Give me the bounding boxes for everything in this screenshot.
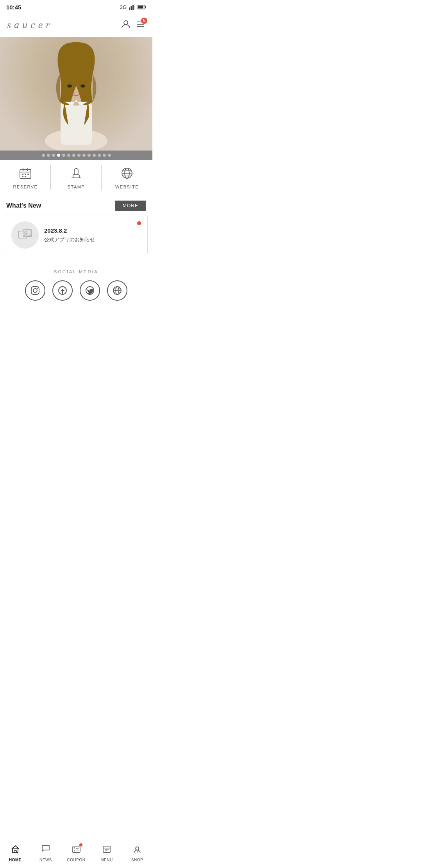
status-bar: 10:45 3G bbox=[0, 0, 152, 14]
svg-rect-5 bbox=[145, 6, 146, 8]
svg-point-16 bbox=[67, 84, 72, 88]
nav-shop[interactable]: SHOP bbox=[122, 840, 152, 868]
action-row: RESERVE STAMP WEBSITE bbox=[0, 160, 152, 195]
home-icon bbox=[11, 845, 20, 856]
home-label: HOME bbox=[9, 858, 21, 862]
menu-label: MENU bbox=[100, 858, 113, 862]
reserve-button[interactable]: RESERVE bbox=[0, 160, 51, 195]
nav-news[interactable]: NEWS bbox=[30, 840, 61, 868]
dot-2[interactable] bbox=[47, 154, 50, 157]
profile-button[interactable] bbox=[121, 20, 131, 31]
social-title: SOCIAL MEDIA bbox=[6, 269, 146, 274]
reserve-icon bbox=[19, 167, 32, 182]
twitter-button[interactable] bbox=[80, 280, 100, 301]
website-icon bbox=[121, 167, 133, 182]
svg-rect-25 bbox=[22, 176, 23, 177]
nav-menu[interactable]: MENU bbox=[91, 840, 122, 868]
stamp-button[interactable]: STAMP bbox=[51, 160, 102, 195]
carousel-dots bbox=[0, 151, 152, 160]
dot-12[interactable] bbox=[98, 154, 101, 157]
news-thumbnail bbox=[11, 221, 39, 249]
header-actions: N bbox=[121, 20, 145, 31]
status-icons: 3G bbox=[120, 4, 146, 10]
dot-9[interactable] bbox=[82, 154, 86, 157]
news-card[interactable]: 2023.8.2 公式アプリのお知らせ bbox=[5, 215, 148, 255]
svg-rect-38 bbox=[31, 287, 39, 294]
dot-6[interactable] bbox=[67, 154, 70, 157]
svg-point-39 bbox=[33, 289, 37, 292]
news-date: 2023.8.2 bbox=[44, 227, 132, 234]
hero-banner bbox=[0, 37, 152, 151]
bottom-nav: HOME NEWS COUPON bbox=[0, 840, 152, 868]
reserve-label: RESERVE bbox=[13, 185, 38, 189]
shop-label: SHOP bbox=[131, 858, 143, 862]
dot-11[interactable] bbox=[93, 154, 96, 157]
svg-rect-22 bbox=[22, 174, 23, 175]
coupon-label: COUPON bbox=[67, 858, 86, 862]
news-unread-indicator bbox=[137, 221, 141, 225]
app-header: saucer N bbox=[0, 14, 152, 37]
svg-rect-3 bbox=[134, 4, 136, 10]
facebook-button[interactable] bbox=[52, 280, 73, 301]
svg-rect-48 bbox=[72, 847, 80, 852]
social-media-section: SOCIAL MEDIA bbox=[0, 262, 152, 307]
signal-icon: 3G bbox=[120, 4, 127, 10]
stamp-label: STAMP bbox=[68, 185, 85, 189]
website-button[interactable]: WEBSITE bbox=[102, 160, 152, 195]
menu-button[interactable]: N bbox=[136, 20, 145, 31]
svg-point-56 bbox=[136, 847, 139, 850]
dot-4[interactable] bbox=[57, 154, 60, 157]
svg-rect-24 bbox=[27, 174, 29, 175]
instagram-button[interactable] bbox=[25, 280, 45, 301]
battery-icon bbox=[138, 5, 146, 9]
menu-badge: N bbox=[141, 18, 147, 24]
nav-home[interactable]: HOME bbox=[0, 840, 30, 868]
news-icon bbox=[41, 845, 50, 856]
svg-rect-0 bbox=[129, 7, 130, 10]
more-button[interactable]: MORE bbox=[115, 201, 146, 211]
signal-bars-icon bbox=[129, 4, 135, 10]
svg-text:saucer: saucer bbox=[7, 19, 53, 30]
hero-image bbox=[18, 39, 135, 151]
svg-point-40 bbox=[37, 288, 38, 289]
whats-new-header: What's New MORE bbox=[0, 195, 152, 215]
svg-rect-2 bbox=[132, 5, 134, 10]
dot-13[interactable] bbox=[103, 154, 106, 157]
nav-coupon[interactable]: COUPON bbox=[61, 840, 91, 868]
svg-rect-52 bbox=[103, 846, 110, 852]
news-label: NEWS bbox=[39, 858, 52, 862]
dot-7[interactable] bbox=[72, 154, 75, 157]
coupon-badge bbox=[79, 843, 82, 846]
stamp-icon bbox=[70, 167, 82, 182]
logo-svg: saucer bbox=[7, 17, 77, 31]
dot-10[interactable] bbox=[88, 154, 91, 157]
svg-rect-23 bbox=[25, 174, 26, 175]
shop-icon bbox=[132, 845, 142, 856]
app-logo: saucer bbox=[7, 17, 77, 34]
social-icons-row bbox=[6, 280, 146, 301]
dot-14[interactable] bbox=[108, 154, 111, 157]
dot-1[interactable] bbox=[42, 154, 45, 157]
dot-3[interactable] bbox=[52, 154, 55, 157]
status-time: 10:45 bbox=[6, 4, 21, 11]
svg-rect-1 bbox=[131, 6, 132, 10]
website-social-button[interactable] bbox=[107, 280, 127, 301]
svg-rect-6 bbox=[138, 6, 143, 9]
coupon-icon bbox=[72, 845, 81, 856]
dot-5[interactable] bbox=[62, 154, 65, 157]
menu-nav-icon bbox=[102, 845, 111, 856]
website-label: WEBSITE bbox=[115, 185, 139, 189]
svg-point-17 bbox=[80, 84, 85, 88]
news-content: 2023.8.2 公式アプリのお知らせ bbox=[44, 227, 132, 243]
svg-point-8 bbox=[124, 21, 128, 25]
news-text: 公式アプリのお知らせ bbox=[44, 236, 132, 243]
svg-rect-27 bbox=[73, 175, 79, 178]
svg-rect-28 bbox=[74, 169, 78, 175]
svg-rect-46 bbox=[13, 849, 18, 853]
dot-8[interactable] bbox=[77, 154, 80, 157]
svg-rect-26 bbox=[25, 176, 26, 177]
whats-new-title: What's New bbox=[6, 202, 41, 209]
